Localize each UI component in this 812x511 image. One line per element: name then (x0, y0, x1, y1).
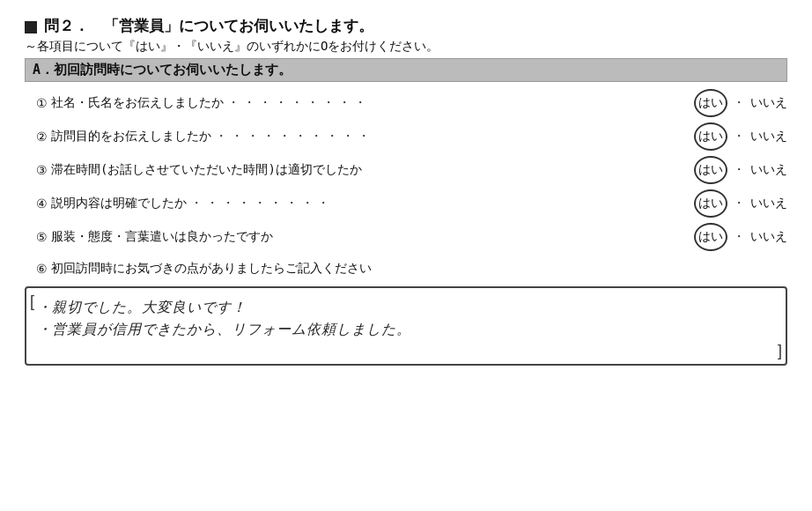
survey-page: 問２． 「営業員」についてお伺いいたします。 ～各項目について『はい』・『いいえ… (0, 0, 812, 511)
questions-area: ① 社名・氏名をお伝えしましたか ・・・・・・・・・ はい ・ いいえ ② 訪問… (25, 89, 787, 281)
subtitle-line: ～各項目について『はい』・『いいえ』のいずれかにОをお付けください。 (25, 39, 787, 55)
title-line: 問２． 「営業員」についてお伺いいたします。 (25, 16, 787, 36)
q5-num: ⑤ (25, 230, 48, 244)
q1-no: いいえ (750, 95, 787, 111)
q1-yes: はい (694, 89, 727, 117)
q6-num: ⑥ (25, 262, 48, 276)
question-row-4: ④ 説明内容は明確でしたか ・・・・・・・・・ はい ・ いいえ (25, 189, 787, 218)
q5-no: いいえ (750, 229, 787, 245)
q1-answer-area: はい ・ いいえ (638, 89, 787, 117)
q4-text: 説明内容は明確でしたか ・・・・・・・・・ (51, 196, 638, 211)
q3-answer-area: はい ・ いいえ (638, 156, 787, 184)
question-row-5: ⑤ 服装・態度・言葉遣いは良かったですか はい ・ いいえ (25, 223, 787, 251)
q4-yes: はい (694, 189, 727, 218)
section-header: A．初回訪問時についてお伺いいたします。 (25, 58, 787, 82)
q4-no: いいえ (750, 196, 787, 211)
bracket-right: ] (778, 343, 782, 359)
freetext-box: [ ・親切でした。大変良いです！ ・営業員が信用できたから、リフォーム依頼しまし… (25, 286, 787, 366)
question-row-1: ① 社名・氏名をお伝えしましたか ・・・・・・・・・ はい ・ いいえ (25, 89, 787, 117)
question-row-3: ③ 滞在時間(お話しさせていただいた時間)は適切でしたか はい ・ いいえ (25, 156, 787, 184)
q2-no: いいえ (750, 129, 787, 144)
q3-yes: はい (694, 156, 727, 184)
q4-answer-area: はい ・ いいえ (638, 189, 787, 218)
q6-text: 初回訪問時にお気づきの点がありましたらご記入ください (51, 261, 372, 277)
q5-answer-area: はい ・ いいえ (638, 223, 787, 251)
q2-num: ② (25, 130, 48, 144)
q3-num: ③ (25, 163, 48, 177)
q2-answer-area: はい ・ いいえ (638, 122, 787, 151)
q2-text: 訪問目的をお伝えしましたか ・・・・・・・・・・ (51, 129, 638, 144)
q1-num: ① (25, 96, 48, 110)
freetext-line1: ・親切でした。大変良いです！ (37, 299, 775, 317)
q1-text: 社名・氏名をお伝えしましたか ・・・・・・・・・ (51, 95, 638, 111)
q3-no: いいえ (750, 162, 787, 178)
q5-yes: はい (694, 223, 727, 251)
q4-num: ④ (25, 196, 48, 211)
q3-text: 滞在時間(お話しさせていただいた時間)は適切でしたか (51, 162, 638, 178)
q5-text: 服装・態度・言葉遣いは良かったですか (51, 229, 638, 245)
freetext-line2: ・営業員が信用できたから、リフォーム依頼しました。 (37, 321, 775, 339)
header-block: 問２． 「営業員」についてお伺いいたします。 ～各項目について『はい』・『いいえ… (25, 16, 787, 82)
question-row-6: ⑥ 初回訪問時にお気づきの点がありましたらご記入ください (25, 256, 787, 281)
bracket-left: [ (30, 293, 34, 309)
square-icon (25, 21, 37, 33)
q2-yes: はい (694, 122, 727, 151)
question-row-2: ② 訪問目的をお伝えしましたか ・・・・・・・・・・ はい ・ いいえ (25, 122, 787, 151)
main-title: 問２． 「営業員」についてお伺いいたします。 (44, 16, 373, 36)
